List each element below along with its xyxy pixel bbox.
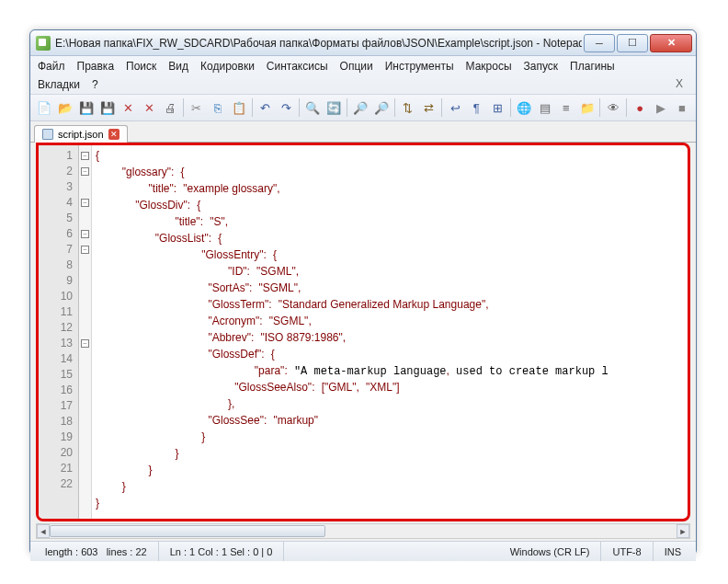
menu-макросы[interactable]: Макросы [464, 59, 514, 74]
app-window: E:\Новая папка\FIX_RW_SDCARD\Рабочая пап… [29, 29, 697, 555]
play-icon[interactable]: ▶ [651, 97, 671, 118]
print-icon[interactable]: 🖨 [160, 97, 180, 118]
menubar: ФайлПравкаПоискВидКодировкиСинтаксисыОпц… [30, 56, 696, 94]
zoom-in-icon[interactable]: 🔎 [350, 97, 370, 118]
window-title: E:\Новая папка\FIX_RW_SDCARD\Рабочая пап… [55, 37, 582, 50]
status-mode: INS [654, 542, 692, 561]
maximize-button[interactable]: ☐ [617, 34, 648, 52]
menu-close-icon[interactable]: X [676, 77, 690, 92]
scroll-right-button[interactable]: ► [677, 524, 689, 538]
menu-плагины[interactable]: Плагины [568, 59, 617, 74]
zoom-out-icon[interactable]: 🔎 [371, 97, 392, 118]
undo-icon[interactable]: ↶ [256, 97, 276, 118]
tabbar: script.json ✕ [30, 121, 696, 143]
sync-h-icon[interactable]: ⇄ [419, 97, 439, 118]
menu-опции[interactable]: Опции [338, 59, 375, 74]
fold-gutter: −−−−−− [79, 145, 92, 519]
editor[interactable]: 12345678910111213141516171819202122 −−−−… [36, 143, 690, 521]
new-file-icon[interactable]: 📄 [34, 97, 54, 118]
scroll-thumb[interactable] [50, 525, 325, 537]
window-buttons: ─ ☐ ✕ [582, 34, 692, 52]
app-icon [36, 36, 51, 51]
menu-файл[interactable]: Файл [36, 59, 67, 74]
minimize-button[interactable]: ─ [584, 34, 615, 52]
menu-правка[interactable]: Правка [75, 59, 117, 74]
menu-синтаксисы[interactable]: Синтаксисы [265, 59, 330, 74]
lang-icon[interactable]: 🌐 [514, 97, 534, 118]
line-number-gutter: 12345678910111213141516171819202122 [39, 145, 79, 519]
file-icon [42, 129, 53, 140]
status-encoding: UTF-8 [601, 542, 653, 561]
tab-close-button[interactable]: ✕ [108, 129, 119, 140]
wordwrap-icon[interactable]: ↩ [445, 97, 465, 118]
paste-icon[interactable]: 📋 [229, 97, 249, 118]
save-all-icon[interactable]: 💾 [97, 97, 118, 118]
copy-icon[interactable]: ⎘ [208, 97, 228, 118]
sync-v-icon[interactable]: ⇅ [398, 97, 418, 118]
allchars-icon[interactable]: ¶ [466, 97, 486, 118]
code-area[interactable]: { "glossary": { "title": "example glossa… [92, 145, 688, 519]
menu-кодировки[interactable]: Кодировки [199, 59, 256, 74]
indent-guide-icon[interactable]: ⊞ [487, 97, 507, 118]
func-list-icon[interactable]: ≡ [556, 97, 576, 118]
close-icon[interactable]: ✕ [118, 97, 138, 118]
status-length: length : 603 lines : 22 [34, 542, 159, 561]
close-all-icon[interactable]: ✕ [139, 97, 159, 118]
menu-запуск[interactable]: Запуск [522, 59, 561, 74]
doc-map-icon[interactable]: ▤ [535, 97, 555, 118]
file-tab[interactable]: script.json ✕ [34, 125, 128, 143]
menu-вкладки[interactable]: Вкладки [36, 77, 82, 92]
record-icon[interactable]: ● [630, 97, 650, 118]
folder-view-icon[interactable]: 📁 [577, 97, 597, 118]
menu-?[interactable]: ? [90, 77, 100, 92]
toolbar: 📄📂💾💾✕✕🖨✂⎘📋↶↷🔍🔄🔎🔎⇅⇄↩¶⊞🌐▤≡📁👁●▶■ [30, 94, 696, 121]
titlebar: E:\Новая папка\FIX_RW_SDCARD\Рабочая пап… [30, 30, 696, 56]
save-icon[interactable]: 💾 [76, 97, 97, 118]
tab-label: script.json [58, 129, 104, 140]
status-position: Ln : 1 Col : 1 Sel : 0 | 0 [159, 542, 285, 561]
horizontal-scrollbar[interactable]: ◄ ► [36, 523, 690, 539]
replace-icon[interactable]: 🔄 [324, 97, 344, 118]
menu-вид[interactable]: Вид [166, 59, 190, 74]
menu-поиск[interactable]: Поиск [124, 59, 158, 74]
monitor-icon[interactable]: 👁 [603, 97, 623, 118]
scroll-left-button[interactable]: ◄ [37, 524, 50, 538]
close-button[interactable]: ✕ [650, 34, 692, 52]
statusbar: length : 603 lines : 22 Ln : 1 Col : 1 S… [30, 541, 696, 561]
find-icon[interactable]: 🔍 [302, 97, 323, 118]
cut-icon[interactable]: ✂ [187, 97, 207, 118]
redo-icon[interactable]: ↷ [276, 97, 296, 118]
menu-инструменты[interactable]: Инструменты [383, 59, 456, 74]
open-file-icon[interactable]: 📂 [55, 97, 75, 118]
status-eol: Windows (CR LF) [499, 542, 602, 561]
stop-icon[interactable]: ■ [672, 97, 692, 118]
